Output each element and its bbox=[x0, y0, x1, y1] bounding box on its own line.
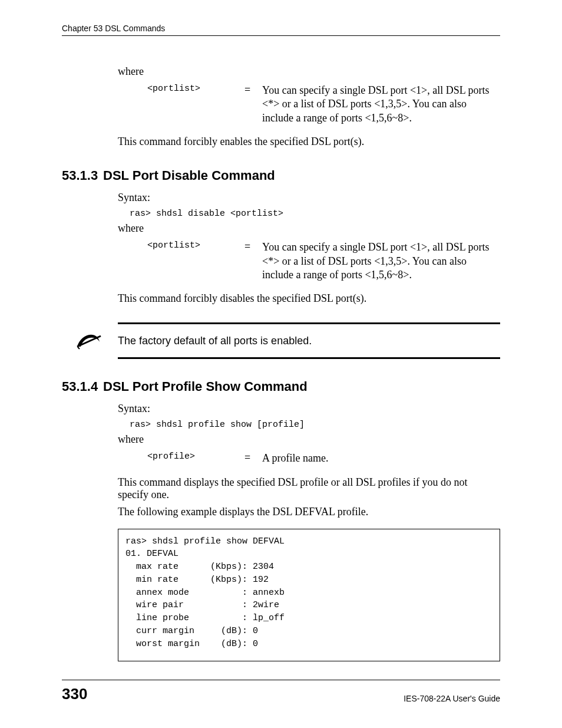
syntax-command: ras> shdsl disable <portlist> bbox=[130, 209, 500, 219]
section-heading-profile: 53.1.4DSL Port Profile Show Command bbox=[62, 379, 500, 394]
guide-name: IES-708-22A User's Guide bbox=[404, 694, 500, 703]
param-desc: You can specify a single DSL port <1>, a… bbox=[262, 84, 500, 125]
param-row-enable: <portlist> = You can specify a single DS… bbox=[147, 84, 500, 125]
disable-conclusion: This command forcibly disables the speci… bbox=[118, 292, 500, 305]
note-row: The factory default of all ports is enab… bbox=[74, 329, 500, 353]
syntax-label: Syntax: bbox=[118, 403, 500, 415]
note-block: The factory default of all ports is enab… bbox=[62, 322, 500, 359]
param-row-disable: <portlist> = You can specify a single DS… bbox=[147, 241, 500, 282]
param-eq: = bbox=[244, 241, 262, 282]
terminal-output: ras> shdsl profile show DEFVAL 01. DEFVA… bbox=[118, 529, 500, 662]
note-bottom-rule bbox=[118, 357, 500, 359]
section-number: 53.1.3 bbox=[62, 168, 103, 183]
param-name: <portlist> bbox=[147, 241, 244, 282]
note-top-rule bbox=[118, 322, 500, 324]
where-label: where bbox=[118, 65, 500, 78]
enable-conclusion: This command forcibly enables the specif… bbox=[118, 136, 500, 148]
section-number: 53.1.4 bbox=[62, 379, 103, 394]
param-eq: = bbox=[244, 452, 262, 465]
header-rule bbox=[62, 35, 500, 36]
section-heading-disable: 53.1.3DSL Port Disable Command bbox=[62, 168, 500, 183]
param-eq: = bbox=[244, 84, 262, 125]
section-title: DSL Port Profile Show Command bbox=[103, 379, 308, 394]
where-label: where bbox=[118, 433, 500, 446]
profile-conclusion-2: The following example displays the DSL D… bbox=[118, 506, 500, 518]
note-icon bbox=[74, 329, 106, 353]
running-header: Chapter 53 DSL Commands bbox=[62, 24, 500, 35]
page-number: 330 bbox=[62, 685, 87, 703]
param-row-profile: <profile> = A profile name. bbox=[147, 452, 500, 465]
footer: 330 IES-708-22A User's Guide bbox=[62, 680, 500, 703]
page: Chapter 53 DSL Commands where <portlist>… bbox=[0, 0, 562, 728]
syntax-label: Syntax: bbox=[118, 192, 500, 204]
param-desc: You can specify a single DSL port <1>, a… bbox=[262, 241, 500, 282]
note-text: The factory default of all ports is enab… bbox=[118, 335, 312, 347]
section-title: DSL Port Disable Command bbox=[103, 168, 275, 183]
where-label: where bbox=[118, 222, 500, 235]
profile-conclusion-1: This command displays the specified DSL … bbox=[118, 476, 500, 501]
param-name: <profile> bbox=[147, 452, 244, 465]
syntax-command: ras> shdsl profile show [profile] bbox=[130, 420, 500, 430]
param-desc: A profile name. bbox=[262, 452, 500, 465]
param-name: <portlist> bbox=[147, 84, 244, 125]
